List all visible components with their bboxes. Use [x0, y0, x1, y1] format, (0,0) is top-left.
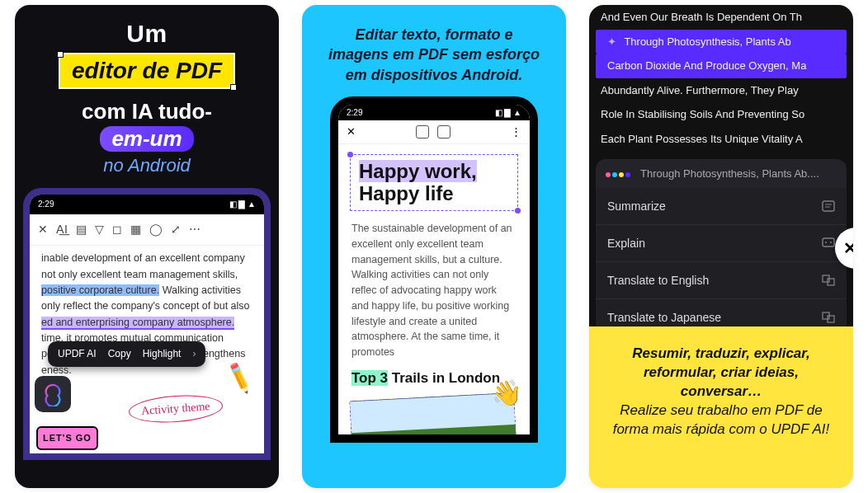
chevron-right-icon[interactable]: › — [192, 346, 196, 362]
subheading-rest: Trails in London — [388, 370, 500, 386]
editable-heading[interactable]: Happy work, Happy life — [359, 160, 509, 205]
caption-bold: Resumir, traduzir, explicar, reformular,… — [606, 345, 837, 401]
editor-toolbar: ✕ A͟I ▤ ▽ ◻ ▦ ◯ ⤢ ⋯ — [30, 214, 264, 246]
summarize-icon — [822, 200, 835, 212]
text-selection-box[interactable]: Happy work, Happy life — [350, 154, 518, 211]
svg-point-4 — [825, 242, 827, 243]
context-item-copy[interactable]: Copy — [108, 346, 131, 362]
note-tool-icon[interactable]: ◻ — [112, 221, 122, 239]
headline-highlight: editor de PDF — [59, 53, 235, 89]
menu-label: Explain — [607, 237, 645, 250]
phone-mock-1: 2:29 ◧ ▇ ▲ ✕ A͟I ▤ ▽ ◻ ▦ ◯ ⤢ ⋯ inable de… — [23, 188, 271, 460]
caption-italic: Realize seu trabalho em PDF de forma mai… — [606, 401, 837, 439]
svg-rect-0 — [823, 201, 834, 211]
wave-emoji-icon: 👋 — [490, 378, 522, 408]
selected-line[interactable]: Carbon Dioxide And Produce Oxygen, Ma — [596, 54, 847, 78]
svg-point-5 — [830, 242, 832, 243]
heading-line-2: Happy life — [359, 182, 454, 204]
ai-icon[interactable]: A͟I — [56, 221, 68, 239]
text-tool-icon[interactable] — [416, 125, 429, 139]
ai-preview-text: Through Photosynthesis, Plants Ab.... — [640, 167, 819, 180]
status-bar: 2:29 ◧ ▇ ▲ — [338, 105, 530, 120]
menu-label: Translate to English — [607, 274, 709, 287]
sparkle-icon: ✦ — [607, 35, 616, 48]
headline-line-3: com IA tudo- — [23, 99, 271, 124]
more-icon[interactable]: ⋮ — [511, 125, 521, 138]
close-icon[interactable]: ✕ — [347, 125, 356, 138]
translate-icon — [822, 275, 835, 286]
headline-block: Um editor de PDF com IA tudo- em-um no A… — [15, 5, 279, 176]
selected-line[interactable]: ✦ Through Photosynthesis, Plants Ab — [596, 30, 847, 54]
svg-rect-3 — [823, 238, 834, 246]
headline-line-1: Um — [23, 20, 271, 48]
translate-icon — [822, 312, 835, 323]
ai-action-menu: Summarize Explain Translate to English T… — [596, 188, 847, 326]
doc-line: Each Plant Possesses Its Unique Vitality… — [589, 127, 853, 152]
doc-line: Abundantly Alive. Furthermore, They Play — [589, 78, 853, 103]
doc-line: And Even Our Breath Is Dependent On Th — [589, 5, 853, 30]
caption-3: Resumir, traduzir, explicar, reformular,… — [589, 326, 853, 458]
subheading-highlight: Top 3 — [351, 370, 388, 386]
status-bar: 2:29 ◧ ▇ ▲ — [30, 195, 264, 214]
promo-card-1: Um editor de PDF com IA tudo- em-um no A… — [15, 5, 279, 488]
table-tool-icon[interactable]: ▦ — [130, 221, 141, 239]
circle-tool-icon[interactable]: ◯ — [149, 221, 163, 239]
menu-item-translate-en[interactable]: Translate to English — [596, 261, 847, 298]
more-icon[interactable]: ⋯ — [189, 221, 200, 239]
expand-icon[interactable]: ⤢ — [171, 221, 181, 239]
highlight-purple: ed and enterprising company atmosphere. — [41, 317, 234, 330]
doc-text: inable development of an excellent compa… — [41, 252, 245, 279]
menu-item-explain[interactable]: Explain — [596, 224, 847, 261]
heading-highlight: Happy work, — [359, 160, 477, 182]
menu-item-summarize[interactable]: Summarize — [596, 188, 847, 224]
menu-label: Summarize — [607, 200, 666, 213]
menu-item-translate-jp[interactable]: Translate to Japanese — [596, 298, 847, 326]
context-item-ai[interactable]: UPDF AI — [58, 346, 97, 362]
shape-tool-icon[interactable]: ▽ — [95, 221, 104, 239]
menu-label: Translate to Japanese — [607, 311, 721, 324]
updf-ai-badge[interactable] — [35, 376, 71, 412]
context-item-highlight[interactable]: Highlight — [143, 346, 182, 362]
phone-mock-2: 2:29 ◧ ▇ ▲ ✕ ⋮ Happy work, Happy life Th… — [330, 96, 538, 443]
highlight-blue: positive corporate culture. — [41, 284, 159, 296]
phone-mock-3-dark: And Even Our Breath Is Dependent On Th ✦… — [589, 5, 853, 326]
ai-preview-row: Through Photosynthesis, Plants Ab.... — [596, 159, 847, 188]
headline-sub: no Android — [23, 155, 271, 176]
paragraph-text: The sustainable development of an excell… — [338, 218, 530, 364]
document-dark: And Even Our Breath Is Dependent On Th ✦… — [589, 5, 853, 151]
promo-card-2: Editar texto, formato e imagens em PDF s… — [302, 5, 566, 488]
doc-line: Role In Stabilising Soils And Preventing… — [589, 102, 853, 127]
text-tool-icon[interactable]: ▤ — [76, 221, 87, 239]
status-time: 2:29 — [347, 108, 362, 117]
handwritten-note: Activity theme — [128, 392, 224, 425]
lets-go-sticker: LET'S GO — [36, 426, 98, 450]
explain-icon — [822, 237, 835, 249]
status-icons: ◧ ▇ ▲ — [495, 108, 521, 117]
ai-logo-dots-icon — [606, 167, 632, 180]
headline-pill: em-um — [100, 126, 193, 152]
editor-topbar: ✕ ⋮ — [338, 120, 530, 144]
headline-2: Editar texto, formato e imagens em PDF s… — [302, 5, 566, 96]
close-icon[interactable]: ✕ — [38, 221, 48, 239]
selected-text: Through Photosynthesis, Plants Ab — [624, 35, 790, 48]
image-selection-box[interactable]: 👋 — [349, 392, 518, 443]
promo-card-3: And Even Our Breath Is Dependent On Th ✦… — [589, 5, 853, 488]
headline-pre: Editar — [355, 26, 401, 43]
context-menu: UPDF AI Copy Highlight › — [48, 341, 205, 367]
status-icons: ◧ ▇ ▲ — [229, 198, 256, 211]
image-tool-icon[interactable] — [437, 125, 451, 139]
status-time: 2:29 — [38, 198, 54, 211]
